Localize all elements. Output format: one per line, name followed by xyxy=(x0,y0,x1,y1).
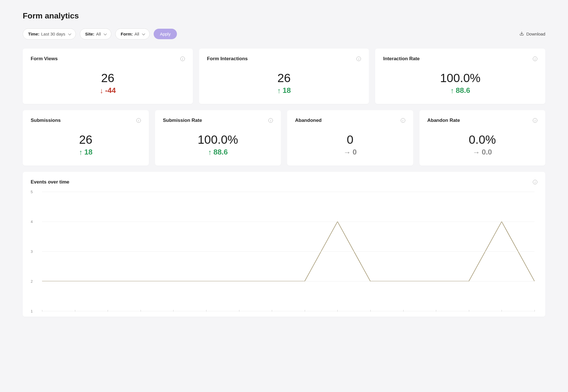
info-icon[interactable] xyxy=(180,57,185,61)
x-tick xyxy=(436,310,436,312)
metric-value: 0 xyxy=(295,133,405,147)
download-label: Download xyxy=(526,32,545,36)
chevron-down-icon xyxy=(104,32,107,35)
y-tick-label: 2 xyxy=(31,279,33,283)
metric-value: 100.0% xyxy=(163,133,273,147)
x-tick xyxy=(239,310,239,312)
chevron-down-icon xyxy=(68,32,71,35)
x-tick xyxy=(108,310,108,312)
metric-delta: → 0.0 xyxy=(473,148,492,157)
y-tick-label: 3 xyxy=(31,249,33,254)
arrow-up-icon: ↑ xyxy=(79,149,83,156)
filter-time-label: Time: xyxy=(28,32,39,36)
x-tick xyxy=(75,310,75,312)
x-tick xyxy=(305,310,305,312)
arrow-right-icon: → xyxy=(344,149,351,156)
metric-delta: ↑ 88.6 xyxy=(450,86,470,95)
info-icon[interactable] xyxy=(356,57,361,61)
chart-title: Events over time xyxy=(31,179,69,185)
metrics-row-top: Form Views26↓ -44Form Interactions26↑ 18… xyxy=(23,49,545,104)
metric-title: Interaction Rate xyxy=(383,56,419,62)
x-tick xyxy=(469,310,469,312)
arrow-up-icon: ↑ xyxy=(450,87,454,94)
info-icon[interactable] xyxy=(533,118,537,123)
metric-title: Form Views xyxy=(31,56,58,62)
arrow-up-icon: ↑ xyxy=(277,87,281,94)
x-tick xyxy=(534,310,535,312)
filters-row: Time: Last 30 days Site: All Form: All A… xyxy=(23,28,545,39)
metric-delta: ↓ -44 xyxy=(100,86,116,95)
filter-time-value: Last 30 days xyxy=(41,32,65,36)
page-title: Form analytics xyxy=(23,11,545,20)
x-tick xyxy=(173,310,174,312)
chart-area: 12345 xyxy=(31,192,537,311)
filter-form-value: All xyxy=(134,32,139,36)
metric-value: 100.0% xyxy=(383,71,537,85)
metric-title: Form Interactions xyxy=(207,56,248,62)
gridline xyxy=(42,251,534,252)
info-icon[interactable] xyxy=(533,180,537,184)
info-icon[interactable] xyxy=(136,118,141,123)
arrow-right-icon: → xyxy=(473,149,480,156)
metric-value: 26 xyxy=(207,71,361,85)
metric-card: Form Views26↓ -44 xyxy=(23,49,193,104)
metric-card: Abandon Rate0.0%→ 0.0 xyxy=(419,110,546,166)
metric-title: Abandon Rate xyxy=(427,118,460,123)
arrow-down-icon: ↓ xyxy=(100,87,103,94)
metric-card: Submissions26↑ 18 xyxy=(23,110,149,166)
x-tick xyxy=(370,310,371,312)
gridline xyxy=(42,222,534,222)
metric-delta: → 0 xyxy=(344,148,357,157)
metrics-row-bottom: Submissions26↑ 18Submission Rate100.0%↑ … xyxy=(23,110,545,166)
metric-title: Abandoned xyxy=(295,118,322,123)
gridline xyxy=(42,281,534,282)
x-tick xyxy=(337,310,338,312)
x-tick xyxy=(272,310,272,312)
info-icon[interactable] xyxy=(401,118,405,123)
filter-site[interactable]: Site: All xyxy=(80,28,111,39)
metric-card: Form Interactions26↑ 18 xyxy=(199,49,369,104)
info-icon[interactable] xyxy=(533,57,537,61)
y-tick-label: 5 xyxy=(31,190,33,194)
metric-title: Submission Rate xyxy=(163,118,202,123)
filter-form[interactable]: Form: All xyxy=(115,28,150,39)
x-tick xyxy=(403,310,404,312)
metric-delta: ↑ 18 xyxy=(79,148,93,157)
metric-delta: ↑ 88.6 xyxy=(208,148,228,157)
info-icon[interactable] xyxy=(268,118,273,123)
metric-card: Abandoned0→ 0 xyxy=(287,110,413,166)
metric-title: Submissions xyxy=(31,118,61,123)
x-tick xyxy=(502,310,502,312)
events-chart-card: Events over time 12345 xyxy=(23,172,545,317)
chevron-down-icon xyxy=(142,32,145,35)
y-tick-label: 1 xyxy=(31,309,33,313)
gridline xyxy=(42,192,534,192)
download-button[interactable]: Download xyxy=(519,31,545,37)
arrow-up-icon: ↑ xyxy=(208,149,212,156)
apply-button[interactable]: Apply xyxy=(154,29,177,39)
metric-card: Submission Rate100.0%↑ 88.6 xyxy=(155,110,281,166)
filter-site-value: All xyxy=(96,32,101,36)
x-tick xyxy=(42,310,42,312)
metric-value: 26 xyxy=(31,133,141,147)
filter-site-label: Site: xyxy=(85,32,95,36)
metric-value: 0.0% xyxy=(427,133,538,147)
download-icon xyxy=(519,31,524,37)
metric-card: Interaction Rate100.0%↑ 88.6 xyxy=(375,49,545,104)
filter-time[interactable]: Time: Last 30 days xyxy=(23,28,76,39)
metric-delta: ↑ 18 xyxy=(277,86,291,95)
metric-value: 26 xyxy=(31,71,185,85)
x-tick xyxy=(206,310,206,312)
filter-form-label: Form: xyxy=(121,32,133,36)
gridline xyxy=(42,311,534,311)
y-tick-label: 4 xyxy=(31,220,33,224)
x-tick xyxy=(141,310,141,312)
